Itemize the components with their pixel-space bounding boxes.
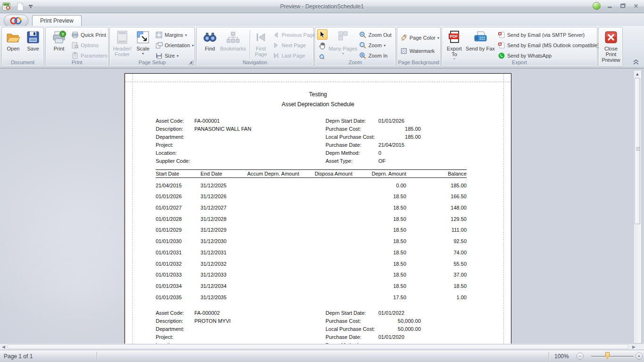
- quick-print-button[interactable]: Quick Print: [71, 30, 106, 40]
- asset-detail-block: Asset Code:FA-000001Deprn Start Date:01/…: [156, 117, 468, 165]
- table-cell: 31/12/2027: [201, 205, 245, 210]
- page-color-icon: [400, 34, 408, 42]
- zoom-out-icon: [359, 31, 367, 39]
- table-cell: 148.00: [406, 205, 467, 210]
- open-folder-icon: [6, 30, 21, 45]
- header-footer-button[interactable]: Header/ Footer: [112, 29, 133, 60]
- zoom-out-button[interactable]: Zoom Out: [359, 30, 392, 40]
- pointer-tool-button[interactable]: [317, 29, 327, 40]
- export-to-button[interactable]: PDF Export To ▾: [444, 29, 465, 60]
- table-row: 01/01/203031/12/203018.5092.50: [156, 234, 467, 245]
- vertical-scroll-thumb[interactable]: [635, 78, 640, 224]
- minimize-button[interactable]: [605, 2, 614, 10]
- table-cell: 31/12/2032: [201, 261, 245, 267]
- table-row: 01/01/202731/12/202718.50148.00: [156, 200, 467, 211]
- field-label: Department:: [156, 325, 194, 333]
- horizontal-scroll-thumb[interactable]: [8, 345, 628, 349]
- many-pages-button[interactable]: Many Pages ▾: [328, 29, 358, 60]
- table-row: 01/01/203331/12/203318.5037.00: [156, 268, 467, 279]
- scale-button[interactable]: Scale ▾: [133, 29, 153, 60]
- field-label: Purchase Date:: [326, 333, 378, 341]
- table-cell: 01/01/2033: [156, 272, 201, 278]
- close-button[interactable]: ✕: [632, 2, 640, 10]
- scroll-up-icon[interactable]: ▲: [635, 71, 640, 77]
- page-color-button[interactable]: Page Color▾: [400, 33, 439, 42]
- margins-icon: [155, 31, 163, 39]
- field-label: Description:: [156, 317, 194, 325]
- table-cell: 129.50: [406, 216, 467, 222]
- field-value: 01/01/2026: [378, 117, 421, 125]
- column-header: Accum Deprn. Amount: [245, 171, 299, 177]
- orientation-button[interactable]: Orientation▾: [155, 41, 194, 50]
- zoom-slider-track[interactable]: [591, 356, 634, 357]
- collapse-ribbon-icon[interactable]: [633, 59, 639, 65]
- find-button[interactable]: Find: [200, 29, 220, 60]
- group-caption-zoom: Zoom: [316, 59, 395, 66]
- vertical-scrollbar[interactable]: ▲: [633, 70, 642, 344]
- send-by-fax-button[interactable]: Send by Fax: [465, 29, 496, 60]
- field-row: Project:Purchase Date:21/04/2015: [156, 141, 468, 149]
- table-cell: 166.50: [406, 194, 467, 199]
- field-row: Project:Purchase Date:01/01/2020: [156, 333, 468, 341]
- fax-icon: [473, 30, 488, 45]
- group-export: PDF Export To ▾ Send by Fax Send by Emai…: [442, 27, 597, 67]
- tab-print-preview[interactable]: Print Preview: [32, 15, 82, 26]
- field-label: Local Purchase Cost:: [326, 133, 378, 141]
- zoom-slider-thumb[interactable]: [605, 352, 610, 359]
- page-setup-dialog-launcher[interactable]: ◢: [188, 60, 193, 65]
- field-row: Location:Deprn Method:0: [156, 149, 468, 157]
- next-page-button[interactable]: Next Page: [272, 41, 306, 50]
- save-button[interactable]: Save: [23, 29, 43, 60]
- zoom-out-slider-button[interactable]: −: [577, 353, 584, 360]
- scroll-left-icon[interactable]: ◀: [2, 345, 5, 349]
- scroll-thumb-grip: [636, 147, 640, 151]
- table-cell: 31/12/2035: [201, 295, 245, 300]
- table-cell: 18.50: [352, 216, 406, 222]
- parameters-icon: ?: [71, 52, 79, 59]
- zoom-icon: [359, 42, 367, 49]
- column-header: End Date: [201, 171, 245, 177]
- field-label: Purchase Cost:: [326, 317, 378, 325]
- next-page-icon: [272, 42, 280, 49]
- field-value: FA-000001: [194, 117, 220, 125]
- table-cell: 01/01/2035: [156, 295, 201, 300]
- field-label: Project:: [156, 141, 194, 149]
- field-row: Supplier Code:Asset Type:OF: [156, 157, 468, 165]
- window-title: Preview - DepreciationSchedule1: [0, 3, 644, 10]
- horizontal-scrollbar[interactable]: ◀ ▶: [0, 344, 644, 350]
- application-menu-button[interactable]: [4, 15, 28, 27]
- margin-guide-right: [503, 74, 504, 344]
- group-caption-print: Print: [46, 59, 108, 66]
- group-close-preview: Close Print Preview: [598, 27, 623, 67]
- margin-guide-left: [132, 74, 133, 344]
- svg-text:?: ?: [61, 32, 64, 37]
- zoom-in-slider-button[interactable]: +: [636, 353, 643, 360]
- zoom-button[interactable]: Zoom▾: [359, 41, 385, 50]
- last-page-icon: [272, 52, 280, 59]
- column-header: Start Date: [156, 171, 201, 177]
- group-caption-document: Document: [2, 59, 43, 66]
- close-print-preview-button[interactable]: Close Print Preview: [601, 29, 621, 60]
- first-page-button[interactable]: First Page: [251, 29, 270, 60]
- send-email-smtp-button[interactable]: Send by Email (via SMTP Server): [498, 30, 585, 40]
- open-button[interactable]: Open: [3, 29, 24, 60]
- table-cell: 55.50: [406, 261, 467, 267]
- options-button[interactable]: Options: [71, 41, 99, 50]
- group-document: Open Save Document: [1, 27, 44, 67]
- watermark-button[interactable]: Watermark: [400, 46, 435, 56]
- asset-detail-block: Asset Code:FA-000002Deprn Start Date:01/…: [156, 309, 468, 344]
- table-cell: 31/12/2025: [201, 183, 245, 188]
- app-logo-icon: [8, 17, 24, 25]
- table-cell: 31/12/2026: [201, 194, 245, 199]
- margins-button[interactable]: Margins▾: [155, 30, 187, 40]
- previous-page-button[interactable]: Previous Page: [272, 30, 316, 40]
- print-button[interactable]: ? Print: [49, 29, 69, 60]
- send-email-outlook-button[interactable]: Send by Email (MS Outlook compatible): [498, 41, 599, 50]
- table-row: 01/01/203431/12/203418.5018.50: [156, 278, 467, 290]
- field-label: Deprn Start Date:: [326, 309, 378, 317]
- hand-tool-button[interactable]: [317, 41, 327, 51]
- zoom-level-label: 100%: [554, 353, 569, 360]
- restore-button[interactable]: [619, 2, 627, 10]
- bookmarks-button[interactable]: Bookmarks: [218, 29, 248, 60]
- scroll-right-icon[interactable]: ▶: [632, 345, 636, 349]
